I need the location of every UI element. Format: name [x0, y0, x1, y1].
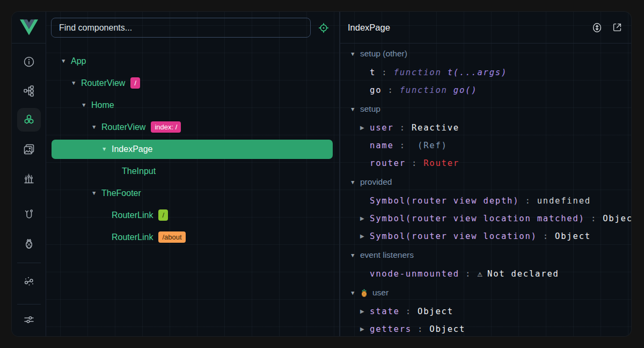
property-value: Object: [603, 214, 631, 223]
router-icon[interactable]: [19, 205, 39, 224]
property-key: Symbol(router view location): [370, 231, 537, 241]
inspector-row-symbol-router-view-depth[interactable]: ▶Symbol(router view depth) : undefined: [340, 192, 631, 209]
inspector-row-symbol-router-view-location[interactable]: ▶Symbol(router view location) : Object: [340, 227, 631, 245]
tree-row-routerlink[interactable]: ▼RouterLink/about: [46, 226, 339, 248]
tree-indent: [46, 193, 91, 193]
key-value-separator: :: [376, 68, 393, 77]
property-key: go: [370, 85, 382, 95]
expand-arrow-icon[interactable]: ▶: [360, 216, 370, 221]
tree-row-routerlink[interactable]: ▼RouterLink/: [46, 204, 339, 226]
component-name: Home: [91, 100, 114, 110]
key-value-separator: :: [537, 231, 555, 241]
key-value-separator: :: [394, 141, 412, 150]
property-value: ⚠: [477, 269, 487, 279]
route-badge: /: [158, 209, 168, 221]
key-value-separator: :: [412, 324, 429, 334]
open-in-editor-icon[interactable]: [611, 21, 624, 34]
key-value-separator: :: [459, 269, 477, 279]
tree-indent: [52, 149, 101, 149]
expand-arrow-icon[interactable]: ▶: [360, 309, 370, 314]
inspector-panel: IndexPage ▼setup (other)▶t : function t(…: [340, 12, 631, 336]
component-name: RouterLink: [112, 211, 153, 220]
property-value: go(): [453, 85, 478, 95]
inspector-row-state[interactable]: ▶state : Object: [340, 302, 631, 320]
property-value: undefined: [537, 196, 591, 206]
component-name: RouterView: [81, 78, 125, 88]
vue-logo: [12, 12, 46, 44]
tree-row-app[interactable]: ▼App: [46, 50, 339, 72]
component-name: TheInput: [122, 166, 156, 176]
components-hexagons-icon[interactable]: [19, 110, 39, 129]
key-value-separator: :: [585, 214, 603, 223]
key-value-separator: :: [394, 123, 412, 133]
pinia-icon[interactable]: [19, 234, 39, 253]
property-value: Not declared: [487, 269, 559, 279]
tree-row-routerview[interactable]: ▼RouterViewindex: /: [46, 116, 339, 138]
collapse-arrow-icon: ▼: [350, 179, 356, 185]
collapse-arrow-icon: ▼: [350, 51, 356, 57]
inspector-row-vnode-unmounted[interactable]: ▶vnode-unmounted : ⚠ Not declared: [340, 265, 631, 282]
sidebar-divider: [17, 263, 41, 263]
section-header-event-listeners[interactable]: ▼event listeners: [340, 248, 631, 262]
section-header-provided[interactable]: ▼provided: [340, 175, 631, 189]
sidebar-divider: [17, 304, 41, 305]
expand-arrow-icon[interactable]: ▶: [360, 234, 370, 239]
settings-icon[interactable]: [19, 310, 39, 329]
key-value-separator: :: [382, 85, 399, 95]
info-icon[interactable]: [19, 52, 39, 71]
tree-indent: [46, 215, 101, 215]
section-title: provided: [360, 177, 392, 187]
tree-row-routerview[interactable]: ▼RouterView/: [46, 72, 339, 94]
components-panel: ▼App▼RouterView/▼Home▼RouterViewindex: /…: [46, 12, 340, 336]
expand-arrow-icon[interactable]: ▶: [360, 125, 370, 130]
tree-row-home[interactable]: ▼Home: [46, 94, 339, 116]
section-header-user[interactable]: ▼user: [340, 286, 631, 300]
property-value: Object: [555, 231, 591, 241]
property-key: t: [370, 68, 376, 77]
assets-icon[interactable]: [19, 140, 39, 159]
inspector-row-router[interactable]: ▶router : Router: [340, 154, 631, 172]
component-name: RouterView: [101, 122, 145, 132]
tree-indent: [46, 127, 91, 127]
route-badge: /: [130, 77, 140, 89]
expand-arrow-icon[interactable]: ▼: [91, 190, 101, 196]
graph-icon[interactable]: [19, 272, 39, 291]
property-key: state: [370, 307, 400, 316]
expand-arrow-icon[interactable]: ▶: [360, 327, 370, 332]
vue-devtools-window: ▼App▼RouterView/▼Home▼RouterViewindex: /…: [0, 0, 644, 348]
section-title: setup (other): [360, 49, 407, 59]
scroll-to-component-icon[interactable]: [590, 21, 603, 34]
expand-arrow-icon[interactable]: ▼: [81, 102, 91, 108]
select-component-target-icon[interactable]: [317, 21, 331, 35]
section-header-setup-other[interactable]: ▼setup (other): [340, 47, 631, 61]
expand-arrow-icon[interactable]: ▼: [71, 80, 81, 86]
inspector-row-getters[interactable]: ▶getters : Object: [340, 320, 631, 336]
expand-arrow-icon[interactable]: ▼: [61, 58, 71, 64]
section-title: setup: [360, 104, 380, 114]
key-value-separator: :: [519, 196, 537, 206]
expand-arrow-icon[interactable]: ▼: [91, 124, 101, 130]
property-value: function: [400, 85, 453, 95]
property-key: Symbol(router view depth): [370, 196, 519, 206]
property-key: vnode-unmounted: [370, 269, 459, 279]
route-badge: /about: [158, 231, 185, 243]
section-title: user: [372, 288, 389, 298]
section-header-setup[interactable]: ▼setup: [340, 102, 631, 116]
component-tree-icon[interactable]: [19, 81, 39, 100]
inspector-row-go[interactable]: ▶go : function go(): [340, 81, 631, 99]
tree-row-indexpage[interactable]: ▼IndexPage: [52, 140, 333, 159]
component-name: App: [71, 56, 86, 66]
collapse-arrow-icon: ▼: [350, 106, 356, 112]
tree-indent: [46, 61, 61, 61]
tree-row-thefooter[interactable]: ▼TheFooter: [46, 182, 339, 204]
tree-row-theinput[interactable]: ▼TheInput: [46, 160, 339, 182]
inspector-row-symbol-router-view-location-matched[interactable]: ▶Symbol(router view location matched) : …: [340, 209, 631, 227]
inspector-row-t[interactable]: ▶t : function t(...args): [340, 63, 631, 81]
inspector-row-name[interactable]: ▶name : (Ref): [340, 136, 631, 154]
search-input[interactable]: [51, 18, 311, 38]
timeline-icon[interactable]: [19, 169, 39, 188]
property-key: name: [370, 141, 394, 150]
inspector-row-user[interactable]: ▶user : Reactive: [340, 119, 631, 136]
expand-arrow-icon[interactable]: ▼: [101, 146, 112, 152]
property-value: Object: [418, 307, 453, 316]
